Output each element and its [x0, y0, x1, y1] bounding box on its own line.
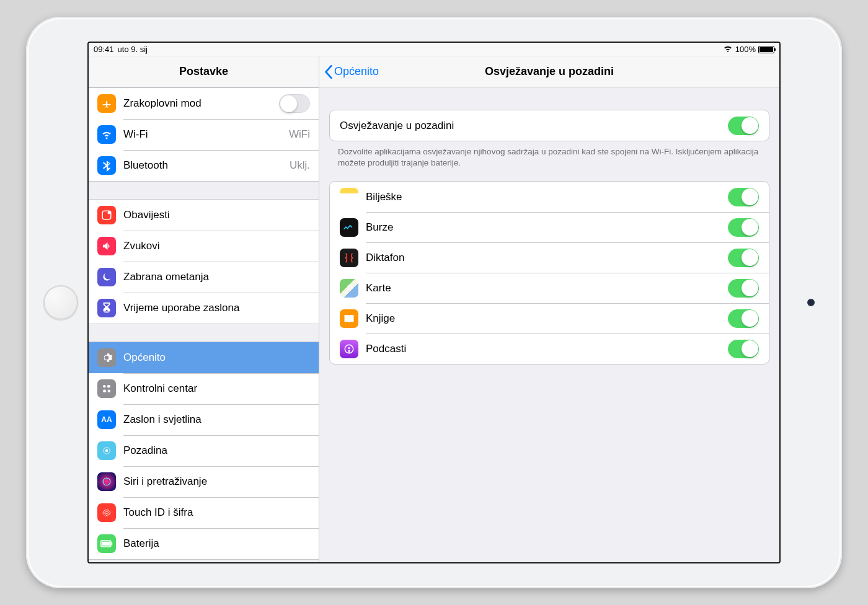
background-refresh-master-group: Osvježavanje u pozadini	[329, 110, 769, 141]
status-bar: 09:41 uto 9. sij 100%	[89, 43, 779, 56]
app-switch-podcasts[interactable]	[728, 340, 759, 358]
background-refresh-footer: Dozvolite aplikacijama osvježavanje njih…	[338, 146, 761, 169]
app-label: Karte	[366, 282, 728, 294]
sidebar-item-control-center[interactable]: Kontrolni centar	[89, 373, 319, 404]
airplane-mode-switch[interactable]	[279, 94, 310, 113]
app-row-books[interactable]: Knjige	[330, 303, 769, 333]
app-switch-voice-memos[interactable]	[728, 249, 759, 267]
sidebar-item-label: Zabrana ometanja	[123, 271, 310, 283]
battery-pct: 100%	[735, 45, 756, 54]
svg-point-14	[348, 347, 350, 349]
sidebar-item-label: Obavijesti	[123, 209, 310, 221]
sidebar-item-wifi[interactable]: Wi-Fi WiFi	[89, 119, 319, 150]
sidebar-item-label: Zvukovi	[123, 240, 310, 252]
voice-memos-icon	[340, 249, 358, 267]
wifi-icon	[97, 125, 116, 144]
home-button[interactable]	[43, 285, 78, 320]
sidebar-item-label: Wi-Fi	[123, 128, 289, 141]
books-icon	[340, 309, 358, 328]
sidebar-item-label: Bluetooth	[123, 159, 290, 172]
sidebar-item-label: Vrijeme uporabe zaslona	[123, 302, 310, 314]
app-switch-notes[interactable]	[728, 188, 759, 206]
sidebar-item-label: Općenito	[123, 351, 310, 364]
sidebar-item-do-not-disturb[interactable]: Zabrana ometanja	[89, 262, 319, 293]
back-button[interactable]: Općenito	[324, 56, 379, 87]
app-row-maps[interactable]: Karte	[330, 273, 769, 303]
sidebar-item-label: Baterija	[123, 537, 310, 550]
app-label: Bilješke	[366, 191, 728, 203]
notifications-icon	[97, 206, 116, 224]
sidebar-item-general[interactable]: Općenito	[89, 342, 319, 373]
stocks-icon	[340, 218, 358, 237]
siri-icon	[97, 472, 116, 491]
svg-rect-4	[103, 390, 106, 393]
sidebar-item-label: Siri i pretraživanje	[123, 475, 310, 488]
battery-icon	[97, 534, 116, 553]
app-switch-maps[interactable]	[728, 279, 759, 298]
ipad-frame: 09:41 uto 9. sij 100% Postavke	[26, 17, 842, 588]
sidebar-item-notifications[interactable]: Obavijesti	[89, 200, 319, 231]
app-list-group: Bilješke Burze	[329, 181, 769, 364]
sidebar-item-label: Zrakoplovni mod	[123, 97, 279, 110]
app-switch-stocks[interactable]	[728, 218, 759, 237]
app-label: Podcasti	[366, 343, 728, 355]
front-camera	[807, 299, 815, 306]
maps-icon	[340, 279, 358, 298]
svg-point-5	[108, 390, 111, 393]
sidebar-item-label: Pozadina	[123, 444, 310, 457]
screen: 09:41 uto 9. sij 100% Postavke	[87, 42, 781, 563]
sidebar-item-wallpaper[interactable]: Pozadina	[89, 435, 319, 466]
detail-pane: Općenito Osvježavanje u pozadini Osvježa…	[319, 56, 779, 562]
app-label: Burze	[366, 221, 728, 234]
sidebar-item-airplane-mode[interactable]: Zrakoplovni mod	[89, 88, 319, 119]
moon-icon	[97, 268, 116, 286]
master-label: Osvježavanje u pozadini	[340, 120, 728, 132]
app-row-stocks[interactable]: Burze	[330, 212, 769, 242]
status-date: uto 9. sij	[118, 45, 148, 54]
wallpaper-icon	[97, 441, 116, 460]
wifi-value: WiFi	[289, 128, 310, 141]
sidebar-item-touch-id[interactable]: Touch ID i šifra	[89, 497, 319, 528]
sidebar-title: Postavke	[89, 56, 319, 87]
notes-icon	[340, 188, 358, 206]
svg-rect-11	[102, 542, 110, 546]
svg-point-1	[108, 211, 111, 214]
detail-header: Općenito Osvježavanje u pozadini	[319, 56, 779, 87]
app-label: Diktafon	[366, 252, 728, 264]
wifi-icon	[723, 45, 733, 54]
sidebar-item-siri[interactable]: Siri i pretraživanje	[89, 466, 319, 497]
sidebar-item-label: Zaslon i svjetlina	[123, 413, 310, 426]
back-label: Općenito	[334, 65, 379, 78]
sidebar-item-display[interactable]: AA Zaslon i svjetlina	[89, 404, 319, 435]
sounds-icon	[97, 237, 116, 255]
svg-point-7	[105, 449, 108, 453]
bluetooth-icon	[97, 156, 116, 175]
app-row-voice-memos[interactable]: Diktafon	[330, 242, 769, 273]
settings-sidebar: Postavke Zrakoplovni mod Wi-Fi	[89, 56, 319, 562]
app-switch-books[interactable]	[728, 309, 759, 328]
background-refresh-master-switch[interactable]	[728, 117, 759, 135]
gear-icon	[97, 348, 116, 367]
background-refresh-master-row[interactable]: Osvježavanje u pozadini	[330, 110, 769, 141]
svg-point-8	[103, 478, 110, 485]
chevron-left-icon	[324, 65, 333, 79]
status-time: 09:41	[94, 45, 114, 54]
app-row-podcasts[interactable]: Podcasti	[330, 333, 769, 364]
sidebar-item-sounds[interactable]: Zvukovi	[89, 231, 319, 262]
app-row-notes[interactable]: Bilješke	[330, 182, 769, 212]
sidebar-group-alerts: Obavijesti Zvukovi Zabrana ometanja	[89, 199, 319, 324]
svg-rect-10	[112, 542, 113, 545]
sidebar-group-connectivity: Zrakoplovni mod Wi-Fi WiFi	[89, 87, 319, 182]
sidebar-item-battery[interactable]: Baterija	[89, 528, 319, 559]
control-center-icon	[97, 379, 116, 398]
sidebar-item-screen-time[interactable]: Vrijeme uporabe zaslona	[89, 293, 319, 324]
airplane-icon	[97, 94, 116, 113]
hourglass-icon	[97, 299, 116, 317]
sidebar-item-bluetooth[interactable]: Bluetooth Uklj.	[89, 150, 319, 181]
fingerprint-icon	[97, 503, 116, 522]
bluetooth-value: Uklj.	[290, 159, 310, 172]
svg-point-2	[103, 385, 106, 388]
app-label: Knjige	[366, 312, 728, 325]
sidebar-item-label: Touch ID i šifra	[123, 506, 310, 519]
sidebar-group-system: Općenito Kontrolni centar AA Zaslon i sv…	[89, 342, 319, 560]
